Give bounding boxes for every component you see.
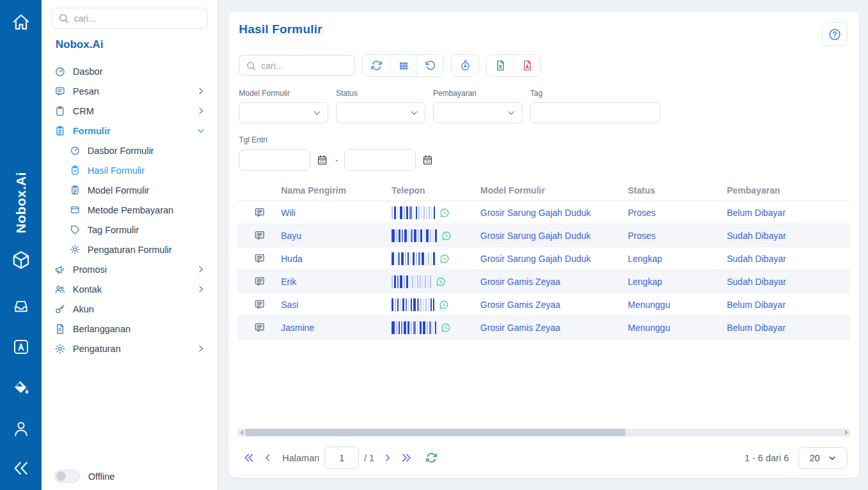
payment-value[interactable]: Sudah Dibayar [727, 277, 850, 287]
message-icon[interactable] [238, 275, 281, 287]
sidebar-item-dasbor[interactable]: Dasbor [42, 61, 217, 81]
filter-model-select[interactable] [239, 102, 328, 123]
help-button[interactable] [822, 22, 848, 46]
calendar-icon[interactable] [315, 154, 330, 166]
card-icon [70, 204, 80, 215]
form-model[interactable]: Grosir Gamis Zeyaa [480, 300, 628, 310]
sidebar-item-pengaturan-formulir[interactable]: Pengaturan Formulir [42, 240, 217, 259]
status-value[interactable]: Menunggu [628, 300, 727, 310]
whatsapp-icon[interactable] [439, 254, 450, 264]
scroll-left-arrow[interactable] [238, 429, 245, 436]
scroll-right-arrow[interactable] [842, 429, 850, 436]
sidebar-item-tag-formulir[interactable]: Tag Formulir [42, 220, 217, 240]
collapse-icon[interactable] [0, 459, 42, 478]
whatsapp-icon[interactable] [439, 300, 449, 310]
status-value[interactable]: Proses [628, 208, 727, 218]
refresh-icon[interactable] [425, 452, 438, 464]
chevron-right-icon [196, 86, 206, 96]
table-icon [398, 60, 409, 72]
status-value[interactable]: Proses [628, 231, 727, 241]
chevron-right-icon [196, 284, 206, 294]
sender-name[interactable]: Bayu [281, 231, 392, 241]
cube-logo-icon[interactable] [0, 248, 42, 272]
sender-name[interactable]: Huda [281, 254, 392, 264]
table-search-input[interactable] [261, 61, 348, 71]
filter-tag-input[interactable] [530, 102, 660, 123]
whatsapp-icon[interactable] [436, 277, 446, 287]
message-icon[interactable] [238, 298, 281, 310]
sidebar-item-promosi[interactable]: Promosi [42, 259, 217, 279]
sidebar-item-berlangganan[interactable]: Berlangganan [42, 319, 217, 339]
translate-icon[interactable] [0, 337, 42, 356]
sidebar-item-dasbor-formulir[interactable]: Dasbor Formulir [42, 141, 217, 160]
columns-button[interactable] [390, 55, 416, 76]
sidebar-search-input[interactable] [74, 13, 201, 24]
filter-status-select[interactable] [336, 102, 425, 123]
sender-name[interactable]: Sasi [281, 300, 392, 310]
table-row: Sasi Grosir Gamis Zeyaa Menunggu Belum D… [238, 293, 850, 316]
sidebar-item-hasil-formulir[interactable]: Hasil Formulir [42, 160, 217, 180]
filter-payment-select[interactable] [433, 102, 522, 123]
page-size-select[interactable]: 20 [798, 447, 848, 469]
form-model[interactable]: Grosir Sarung Gajah Duduk [480, 231, 628, 241]
sender-name[interactable]: Wili [281, 208, 392, 218]
form-model[interactable]: Grosir Sarung Gajah Duduk [480, 208, 628, 218]
message-icon[interactable] [238, 229, 281, 241]
first-page-icon[interactable] [239, 452, 259, 464]
sidebar-brand: Nobox.Ai [56, 38, 103, 51]
form-model[interactable]: Grosir Sarung Gajah Duduk [480, 254, 628, 264]
horizontal-scrollbar[interactable] [238, 429, 850, 436]
offline-toggle[interactable] [54, 470, 80, 483]
status-value[interactable]: Menunggu [628, 323, 727, 333]
status-value[interactable]: Lengkap [628, 277, 727, 287]
payment-value[interactable]: Belum Dibayar [727, 300, 850, 310]
status-value[interactable]: Lengkap [628, 254, 727, 264]
main-area: Hasil Formulir [217, 0, 868, 490]
sidebar-item-metode-pembayaran[interactable]: Metode Pembayaran [42, 200, 217, 220]
payment-value[interactable]: Belum Dibayar [727, 208, 850, 218]
calendar-icon[interactable] [420, 154, 435, 166]
whatsapp-icon[interactable] [441, 231, 452, 241]
payment-value[interactable]: Sudah Dibayar [727, 231, 850, 241]
sidebar-item-crm[interactable]: CRM [42, 101, 217, 121]
table-search[interactable] [239, 55, 355, 76]
page-number-input[interactable] [324, 447, 359, 469]
scrollbar-thumb[interactable] [245, 429, 625, 436]
sidebar-item-pesan[interactable]: Pesan [42, 81, 217, 101]
key-icon [54, 303, 66, 315]
sidebar-search[interactable] [51, 8, 208, 29]
last-page-icon[interactable] [397, 452, 416, 464]
paint-icon[interactable] [0, 378, 42, 397]
timer-button[interactable] [452, 55, 478, 76]
pdf-icon [521, 59, 533, 72]
whatsapp-icon[interactable] [441, 323, 451, 333]
sidebar-item-formulir[interactable]: Formulir [42, 121, 217, 141]
message-icon[interactable] [238, 252, 281, 264]
next-page-icon[interactable] [378, 452, 397, 463]
sidebar-item-kontak[interactable]: Kontak [42, 279, 217, 299]
payment-value[interactable]: Belum Dibayar [727, 323, 850, 333]
export-pdf-button[interactable] [514, 55, 540, 76]
message-icon[interactable] [238, 321, 281, 333]
home-icon[interactable] [0, 13, 42, 32]
reset-button[interactable] [416, 55, 443, 76]
sidebar-item-akun[interactable]: Akun [42, 299, 217, 319]
date-to-input[interactable] [344, 149, 416, 171]
redacted-phone [392, 275, 431, 288]
inbox-icon[interactable] [0, 297, 42, 315]
refresh-button[interactable] [363, 55, 390, 76]
sidebar-item-pengaturan[interactable]: Pengaturan [42, 339, 217, 358]
form-model[interactable]: Grosir Gamis Zeyaa [480, 323, 628, 333]
form-model[interactable]: Grosir Gamis Zeyaa [480, 277, 628, 287]
tag-icon [70, 224, 80, 235]
sender-name[interactable]: Erik [281, 277, 392, 287]
sidebar-item-model-formulir[interactable]: Model Formulir [42, 180, 217, 200]
sender-name[interactable]: Jasmine [281, 323, 392, 333]
whatsapp-icon[interactable] [439, 208, 450, 218]
message-icon[interactable] [238, 206, 281, 218]
export-excel-button[interactable] [487, 55, 514, 76]
user-icon[interactable] [0, 419, 42, 438]
prev-page-icon[interactable] [259, 452, 277, 463]
payment-value[interactable]: Sudah Dibayar [727, 254, 850, 264]
date-from-input[interactable] [239, 149, 310, 171]
